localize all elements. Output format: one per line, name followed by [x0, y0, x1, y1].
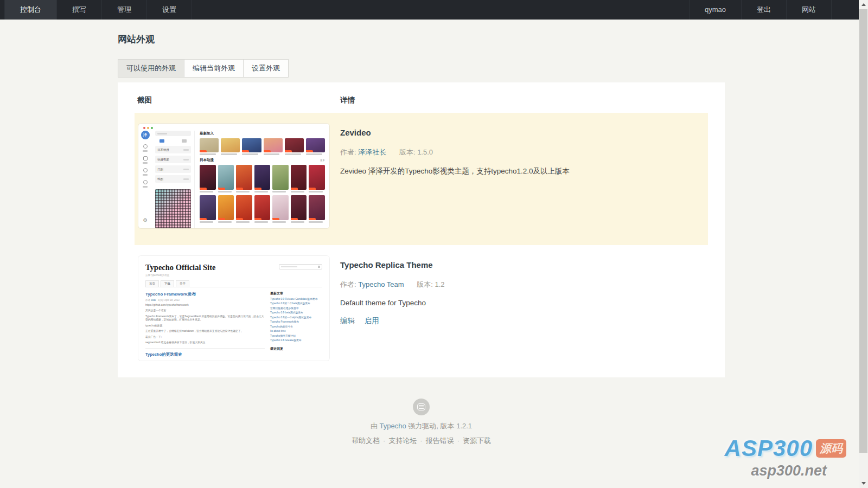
category-item-动漫电影[interactable]: 动漫电影 — [155, 156, 191, 163]
update-badge — [200, 188, 207, 190]
category-item-日剧[interactable]: 日剧 — [155, 165, 191, 173]
poster-image — [306, 138, 325, 152]
footer-link-帮助文档[interactable]: 帮助文档 — [352, 436, 380, 445]
replica-nav-首页: 首页 — [145, 280, 159, 287]
replica-post-title: Typecho Framework发布 — [145, 291, 265, 297]
zevideo-search-input — [155, 131, 191, 136]
section-title-latest: 最新加入 — [200, 131, 214, 136]
replica-sidebar-link: Typecho 0.9第二个beta测试版发布 — [270, 302, 322, 306]
media-thumbnail[interactable] — [264, 138, 283, 155]
nav-item-网站[interactable]: 网站 — [787, 0, 832, 20]
footer-link-资源下载[interactable]: 资源下载 — [463, 436, 491, 445]
edit-theme-link[interactable]: 编辑 — [340, 317, 355, 325]
nav-item-控制台[interactable]: 控制台 — [4, 0, 57, 20]
media-thumbnail[interactable] — [272, 165, 289, 192]
watermark-brand: ASP300 — [725, 435, 813, 461]
nav-item-qymao[interactable]: qymao — [689, 0, 742, 20]
replica-sidebar-header: 最新文章 — [270, 291, 322, 296]
caption-bar — [264, 153, 280, 155]
zevideo-main-area: 最新加入 日本动漫 更多 — [195, 131, 329, 228]
avatar: 泽 — [141, 131, 150, 139]
media-thumbnail[interactable] — [236, 195, 252, 223]
zevideo-category-list: 日本动漫动漫电影日剧韩剧 — [155, 146, 191, 185]
replica-sidebar-link: Typecho 0.9第一个alpha测试版发布 — [270, 316, 322, 320]
poster-image — [309, 165, 325, 190]
media-thumbnail[interactable] — [254, 195, 271, 223]
magnifier-icon — [318, 266, 320, 268]
replica-post-title-2: Typecho的更迭简史 — [145, 352, 265, 357]
vertical-scrollbar[interactable] — [859, 0, 868, 488]
update-badge — [309, 188, 316, 190]
media-thumbnail[interactable] — [200, 138, 219, 155]
section-title-anime: 日本动漫 — [200, 158, 214, 163]
scrollbar-thumb[interactable] — [859, 9, 867, 453]
update-badge — [236, 188, 243, 190]
update-badge — [218, 188, 225, 190]
update-badge — [200, 150, 207, 152]
media-thumbnail[interactable] — [200, 165, 216, 192]
poster-grid-row1 — [200, 165, 325, 192]
asp300-watermark: ASP300 源码 asp300.net — [725, 435, 846, 479]
update-badge — [291, 218, 298, 220]
theme-name: Zevideo — [340, 128, 708, 137]
media-thumbnail[interactable] — [272, 195, 289, 223]
replica-site-title: Typecho Official Site — [145, 263, 215, 272]
replica-sidebar-link: 官网功能都在逐步恢复中 — [270, 307, 322, 311]
media-thumbnail[interactable] — [200, 195, 216, 223]
category-item-韩剧[interactable]: 韩剧 — [155, 175, 191, 183]
media-thumbnail[interactable] — [218, 165, 234, 192]
media-thumbnail[interactable] — [285, 138, 304, 155]
replica-post-line: 其实这是一个谣言: — [145, 309, 265, 312]
replica-sidebar-link: Typecho Framework发布 — [270, 320, 322, 324]
caption-bar — [236, 191, 250, 192]
replica-post-line: segmentfault 最近会有很多线下活动，欢迎大家关注 — [145, 341, 265, 344]
media-thumbnail[interactable] — [309, 195, 325, 223]
media-thumbnail[interactable] — [218, 195, 234, 223]
media-thumbnail[interactable] — [306, 138, 325, 155]
window-traffic-dots — [143, 127, 153, 129]
media-thumbnail[interactable] — [221, 138, 240, 155]
theme-author-link[interactable]: Typecho Team — [358, 280, 404, 288]
typecho-link[interactable]: Typecho — [380, 422, 406, 430]
replica-search-input — [279, 264, 322, 269]
tab-可以使用的外观[interactable]: 可以使用的外观 — [118, 60, 184, 77]
caption-bar — [285, 153, 301, 155]
theme-author-link[interactable]: 泽泽社长 — [358, 148, 386, 156]
media-thumbnail[interactable] — [242, 138, 261, 155]
update-badge — [236, 218, 243, 220]
tab-编辑当前外观[interactable]: 编辑当前外观 — [184, 60, 244, 77]
update-badge — [254, 218, 261, 220]
poster-image — [221, 138, 240, 152]
caption-bar — [254, 221, 268, 223]
search-icon — [143, 168, 148, 172]
scroll-down-arrow[interactable] — [859, 479, 868, 488]
theme-detail-zevideo: Zevideo 作者: 泽泽社长 版本: 1.5.0 Zevideo 泽泽开发的… — [329, 124, 708, 228]
nav-item-撰写[interactable]: 撰写 — [57, 0, 102, 20]
media-thumbnail[interactable] — [291, 165, 307, 192]
media-thumbnail[interactable] — [254, 165, 271, 192]
activate-theme-link[interactable]: 启用 — [365, 317, 379, 325]
media-thumbnail[interactable] — [309, 165, 325, 192]
message-icon — [182, 139, 187, 143]
caption-bar — [221, 153, 237, 155]
footer-link-支持论坛[interactable]: 支持论坛 — [388, 436, 417, 445]
nav-item-管理[interactable]: 管理 — [102, 0, 147, 20]
nav-item-设置[interactable]: 设置 — [147, 0, 192, 20]
poster-image — [285, 138, 304, 152]
nav-item-登出[interactable]: 登出 — [742, 0, 787, 20]
tab-设置外观[interactable]: 设置外观 — [244, 60, 288, 77]
media-thumbnail[interactable] — [236, 165, 252, 192]
navbar-menu-left: 控制台撰写管理设置 — [0, 0, 192, 20]
footer-link-报告错误[interactable]: 报告错误 — [426, 436, 454, 445]
replica-sidebar-link: Its about time — [270, 330, 322, 333]
theme-description: Zevideo 泽泽开发的Typecho影视类主题，支持typecho1.2.0… — [340, 166, 708, 176]
media-thumbnail[interactable] — [291, 195, 307, 223]
replica-post-line: 最后广告一下: — [145, 336, 265, 339]
scroll-up-arrow[interactable] — [859, 0, 868, 9]
update-badge — [285, 150, 292, 152]
main-content: 网站外观 可以使用的外观编辑当前外观设置外观 截图 详情 泽 ⚙ — [118, 20, 725, 446]
poster-image — [236, 165, 252, 190]
category-item-日本动漫[interactable]: 日本动漫 — [155, 146, 191, 153]
latest-banner-grid — [200, 138, 325, 155]
update-badge — [291, 188, 298, 190]
